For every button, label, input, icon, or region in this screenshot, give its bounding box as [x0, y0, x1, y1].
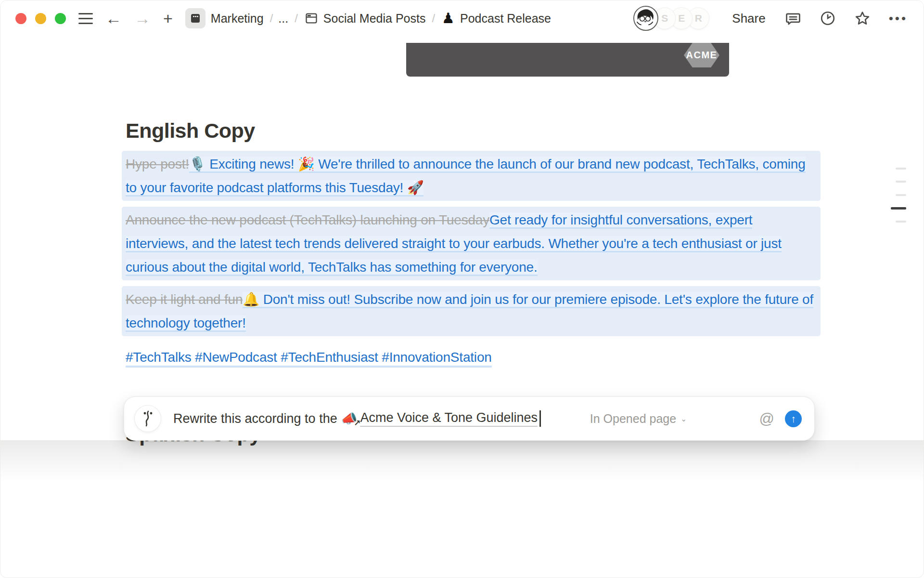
breadcrumb-current-page[interactable]: Podcast Release [460, 12, 551, 26]
app-window: ← → + Marketing / ... / Social Media Pos… [0, 0, 924, 578]
share-button[interactable]: Share [732, 11, 765, 26]
text-caret [539, 410, 541, 427]
deleted-text: Hype post! [126, 157, 189, 171]
more-options-icon[interactable]: ••• [889, 11, 908, 26]
comments-icon[interactable] [785, 10, 801, 26]
minimize-window-button[interactable] [35, 13, 46, 24]
ai-prompt-bar[interactable]: Rewrite this according to the 📣 ↗ Acme V… [124, 396, 815, 441]
toolbar: ← → + Marketing / ... / Social Media Pos… [0, 0, 924, 36]
prompt-text: Rewrite this according to the [173, 411, 337, 426]
close-window-button[interactable] [15, 13, 26, 24]
back-button[interactable]: ← [105, 10, 122, 26]
outline-indicator-line[interactable] [896, 168, 906, 170]
breadcrumb-root[interactable]: Marketing [211, 12, 264, 26]
paragraph-block-with-ai-suggestion[interactable]: Keep it light and fun🔔 Don't miss out! S… [122, 286, 821, 336]
breadcrumb-ellipsis[interactable]: ... [278, 12, 288, 26]
presence-avatars: S E R [633, 6, 709, 31]
deleted-text: Announce the new podcast (TechTalks) lau… [126, 212, 489, 227]
teamspace-icon[interactable] [185, 8, 205, 28]
acme-logo-text: ACME [686, 50, 718, 61]
page-mention-link[interactable]: Acme Voice & Tone Guidelines [360, 410, 538, 427]
outline-indicator-line[interactable] [896, 181, 906, 183]
suggested-text: #TechTalks #NewPodcast #TechEnthusiast #… [126, 350, 492, 368]
suggested-text: 🎙️ Exciting news! 🎉 We're thrilled to an… [126, 157, 806, 197]
paragraph-block-with-ai-suggestion[interactable]: Hype post!🎙️ Exciting news! 🎉 We're thri… [122, 151, 821, 201]
breadcrumb-parent[interactable]: Social Media Posts [323, 12, 426, 26]
outline-indicator-line[interactable] [896, 194, 906, 196]
submit-prompt-button[interactable]: ↑ [785, 410, 802, 427]
hashtags-block[interactable]: #TechTalks #NewPodcast #TechEnthusiast #… [122, 344, 821, 370]
paragraph-block-with-ai-suggestion[interactable]: Announce the new podcast (TechTalks) lau… [122, 207, 821, 280]
forward-button[interactable]: → [134, 10, 151, 26]
toolbar-right: S E R Share •• [633, 6, 908, 31]
user-avatar[interactable] [633, 6, 658, 31]
chevron-down-icon: ⌄ [680, 414, 687, 423]
deleted-text: Keep it light and fun [126, 292, 243, 307]
favorite-star-icon[interactable] [854, 10, 871, 26]
ai-prompt-input[interactable]: Rewrite this according to the 📣 ↗ Acme V… [173, 410, 541, 427]
outline-indicator-line[interactable] [896, 221, 906, 223]
sidebar-toggle-icon[interactable] [78, 13, 93, 24]
overlay-shadow [0, 440, 924, 481]
document-blocks: Hype post!🎙️ Exciting news! 🎉 We're thri… [122, 151, 821, 376]
archive-box-icon [190, 13, 201, 24]
page-cover-image[interactable]: ACME [406, 43, 729, 77]
window-controls [15, 13, 66, 24]
link-arrow-icon: ↗ [354, 418, 360, 428]
up-arrow-icon: ↑ [791, 414, 796, 424]
notion-ai-face-icon [135, 406, 161, 432]
mention-button[interactable]: @ [759, 411, 774, 426]
page-emoji-pawn-icon: ♟ [442, 11, 455, 26]
megaphone-link-icon: 📣 ↗ [341, 411, 358, 426]
acme-logo-badge: ACME [684, 43, 719, 67]
zoom-window-button[interactable] [55, 13, 66, 24]
page-layout-icon [305, 12, 318, 25]
outline-indicator-line-active[interactable] [891, 207, 906, 210]
breadcrumb-separator: / [295, 12, 298, 25]
new-tab-button[interactable]: + [163, 10, 173, 26]
history-clock-icon[interactable] [820, 10, 836, 26]
scope-dropdown[interactable]: In Opened page ⌄ [590, 412, 687, 426]
breadcrumb-separator: / [270, 12, 273, 25]
breadcrumb-separator: / [432, 12, 435, 25]
page-section-heading[interactable]: English Copy [126, 119, 255, 143]
